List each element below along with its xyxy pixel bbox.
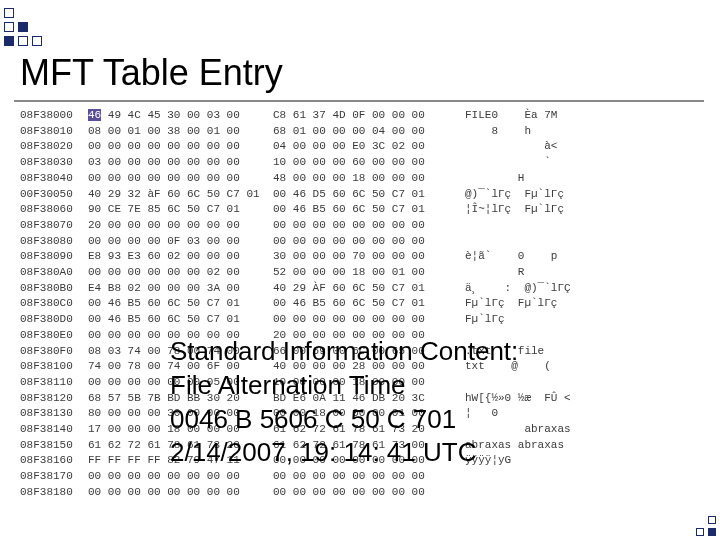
hexdump-row: 00F3005040 29 32 àF 60 6C 50 C7 0100 46 … xyxy=(20,187,571,203)
hexdump-row: 08F3817000 00 00 00 00 00 00 0000 00 00 … xyxy=(20,469,571,485)
hex-bytes-left: 08 00 01 00 38 00 01 00 xyxy=(88,124,273,140)
hex-ascii: Fµ`lГç Fµ`lГç xyxy=(465,296,557,312)
hex-offset: 08F38160 xyxy=(20,453,88,469)
overlay-line-1: Standard Information Content: xyxy=(170,335,518,369)
hex-bytes-left: 00 46 B5 60 6C 50 C7 01 xyxy=(88,312,273,328)
hexdump-row: 08F3808000 00 00 00 0F 03 00 0000 00 00 … xyxy=(20,234,571,250)
hex-bytes-right: 00 46 B5 60 6C 50 C7 01 xyxy=(273,296,465,312)
hex-bytes-right: C8 61 37 4D 0F 00 00 00 xyxy=(273,108,465,124)
hex-offset: 08F38170 xyxy=(20,469,88,485)
hex-bytes-right: 10 00 00 00 60 00 00 00 xyxy=(273,155,465,171)
top-left-decoration xyxy=(0,0,120,48)
hex-bytes-left: 00 00 00 00 00 00 00 00 xyxy=(88,469,273,485)
hex-offset: 08F38090 xyxy=(20,249,88,265)
hex-offset: 08F380F0 xyxy=(20,344,88,360)
hexdump-row: 08F380B0E4 B8 02 00 00 00 3A 0040 29 ÀF … xyxy=(20,281,571,297)
hex-ascii: è¦ã` 0 p xyxy=(465,249,557,265)
hex-ascii: R xyxy=(465,265,524,281)
hex-offset: 08F38080 xyxy=(20,234,88,250)
hex-ascii: ¦Î~¦lГç Fµ`lГç xyxy=(465,202,564,218)
hex-bytes-right: 00 46 B5 60 6C 50 C7 01 xyxy=(273,202,465,218)
hex-offset: 08F380E0 xyxy=(20,328,88,344)
hex-bytes-left: 40 29 32 àF 60 6C 50 C7 01 xyxy=(88,187,273,203)
hex-offset: 08F380B0 xyxy=(20,281,88,297)
hex-ascii: H xyxy=(465,171,524,187)
hex-bytes-right: 00 46 D5 60 6C 50 C7 01 xyxy=(273,187,465,203)
hex-bytes-left: 03 00 00 00 00 00 00 00 xyxy=(88,155,273,171)
overlay-line-3: 0046 B 5606 C 50 C 701 xyxy=(170,403,518,437)
hex-offset: 08F38060 xyxy=(20,202,88,218)
hex-ascii: ` xyxy=(465,155,551,171)
hex-bytes-left: 20 00 00 00 00 00 00 00 xyxy=(88,218,273,234)
hex-bytes-left: E8 93 E3 60 02 00 00 00 xyxy=(88,249,273,265)
hex-ascii: ä¸ : @)¯`lГÇ xyxy=(465,281,571,297)
overlay-text: Standard Information Content: File Alter… xyxy=(170,335,518,470)
hex-offset: 08F38020 xyxy=(20,139,88,155)
hexdump-row: 08F3800046 49 4C 45 30 00 03 00C8 61 37 … xyxy=(20,108,571,124)
hex-bytes-left: 46 49 4C 45 30 00 03 00 xyxy=(88,108,273,124)
hex-bytes-left: 00 46 B5 60 6C 50 C7 01 xyxy=(88,296,273,312)
hex-bytes-right: 00 00 00 00 00 00 00 00 xyxy=(273,312,465,328)
hexdump-row: 08F3806090 CE 7E 85 6C 50 C7 0100 46 B5 … xyxy=(20,202,571,218)
hexdump-row: 08F3807020 00 00 00 00 00 00 0000 00 00 … xyxy=(20,218,571,234)
hex-bytes-right: 04 00 00 00 E0 3C 02 00 xyxy=(273,139,465,155)
hex-ascii: @)¯`lГç Fµ`lГç xyxy=(465,187,564,203)
hexdump-row: 08F3802000 00 00 00 00 00 00 0004 00 00 … xyxy=(20,139,571,155)
hex-bytes-left: 00 00 00 00 00 00 00 00 xyxy=(88,485,273,501)
hexdump-row: 08F3818000 00 00 00 00 00 00 0000 00 00 … xyxy=(20,485,571,501)
hex-bytes-left: 90 CE 7E 85 6C 50 C7 01 xyxy=(88,202,273,218)
hexdump-row: 08F380A000 00 00 00 00 00 02 0052 00 00 … xyxy=(20,265,571,281)
hex-offset: 08F38140 xyxy=(20,422,88,438)
hexdump-row: 08F3804000 00 00 00 00 00 00 0048 00 00 … xyxy=(20,171,571,187)
hexdump-row: 08F3803003 00 00 00 00 00 00 0010 00 00 … xyxy=(20,155,571,171)
hexdump-row: 08F380C000 46 B5 60 6C 50 C7 0100 46 B5 … xyxy=(20,296,571,312)
hex-ascii: FILE0 Èa 7M xyxy=(465,108,557,124)
hex-offset: 08F380A0 xyxy=(20,265,88,281)
hex-bytes-right: 52 00 00 00 18 00 01 00 xyxy=(273,265,465,281)
page-title: MFT Table Entry xyxy=(20,52,283,94)
hex-bytes-right: 48 00 00 00 18 00 00 00 xyxy=(273,171,465,187)
hex-offset: 00F30050 xyxy=(20,187,88,203)
hex-offset: 08F38100 xyxy=(20,359,88,375)
hex-bytes-right: 00 00 00 00 00 00 00 00 xyxy=(273,218,465,234)
hexdump-row: 08F3801008 00 01 00 38 00 01 0068 01 00 … xyxy=(20,124,571,140)
hex-offset: 08F38110 xyxy=(20,375,88,391)
hex-offset: 08F38040 xyxy=(20,171,88,187)
hex-offset: 08F380C0 xyxy=(20,296,88,312)
overlay-line-4: 2/14/2007, 19: 14: 41 UTC xyxy=(170,436,518,470)
hex-offset: 08F38030 xyxy=(20,155,88,171)
hex-offset: 08F38120 xyxy=(20,391,88,407)
hex-bytes-right: 68 01 00 00 00 04 00 00 xyxy=(273,124,465,140)
hex-bytes-left: 00 00 00 00 0F 03 00 00 xyxy=(88,234,273,250)
hex-ascii: à< xyxy=(465,139,557,155)
hex-offset: 08F38150 xyxy=(20,438,88,454)
hex-offset: 08F38070 xyxy=(20,218,88,234)
hex-offset: 08F380D0 xyxy=(20,312,88,328)
hex-offset: 08F38010 xyxy=(20,124,88,140)
hexdump-row: 08F38090E8 93 E3 60 02 00 00 0030 00 00 … xyxy=(20,249,571,265)
hex-bytes-right: 00 00 00 00 00 00 00 00 xyxy=(273,469,465,485)
hexdump-row: 08F380D000 46 B5 60 6C 50 C7 0100 00 00 … xyxy=(20,312,571,328)
hex-bytes-right: 00 00 00 00 00 00 00 00 xyxy=(273,234,465,250)
hex-offset: 08F38000 xyxy=(20,108,88,124)
hex-ascii: Fµ`lГç xyxy=(465,312,505,328)
hex-bytes-right: 00 00 00 00 00 00 00 00 xyxy=(273,485,465,501)
hex-bytes-left: E4 B8 02 00 00 00 3A 00 xyxy=(88,281,273,297)
hex-bytes-left: 00 00 00 00 00 00 02 00 xyxy=(88,265,273,281)
hex-offset: 08F38130 xyxy=(20,406,88,422)
hex-offset: 08F38180 xyxy=(20,485,88,501)
bottom-right-decoration xyxy=(660,500,720,540)
hex-ascii: 8 h xyxy=(465,124,531,140)
hex-bytes-right: 40 29 ÀF 60 6C 50 C7 01 xyxy=(273,281,465,297)
hex-bytes-left: 00 00 00 00 00 00 00 00 xyxy=(88,139,273,155)
hex-bytes-right: 30 00 00 00 70 00 00 00 xyxy=(273,249,465,265)
title-underline xyxy=(14,100,704,102)
overlay-line-2: File Alternation Time xyxy=(170,369,518,403)
hex-bytes-left: 00 00 00 00 00 00 00 00 xyxy=(88,171,273,187)
